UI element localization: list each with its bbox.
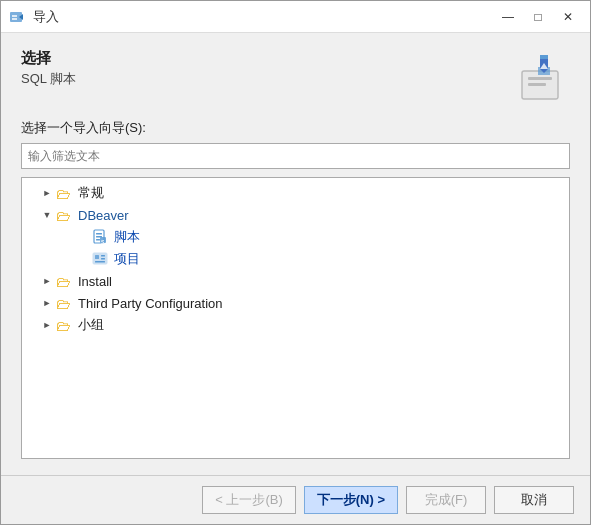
svg-rect-19: [101, 255, 105, 257]
filter-input[interactable]: [21, 143, 570, 169]
title-bar-left: 导入: [9, 8, 59, 26]
header-text: 选择 SQL 脚本: [21, 49, 76, 102]
no-chevron-scripts: [76, 230, 90, 244]
chevron-right-thirdparty-icon: ►: [40, 296, 54, 310]
chevron-right-icon: ►: [40, 186, 54, 200]
header-area: 选择 SQL 脚本: [21, 49, 570, 105]
finish-button[interactable]: 完成(F): [406, 486, 486, 514]
title-bar: 导入 — □ ✕: [1, 1, 590, 33]
content-area: 选择 SQL 脚本 选择一个导入向导(S): ►: [1, 33, 590, 475]
maximize-button[interactable]: □: [524, 6, 552, 28]
wizard-icon: [518, 53, 570, 105]
svg-rect-5: [528, 77, 552, 80]
close-button[interactable]: ✕: [554, 6, 582, 28]
tree-item-projects[interactable]: 项目: [22, 248, 569, 270]
svg-rect-18: [95, 255, 99, 259]
back-button[interactable]: < 上一步(B): [202, 486, 296, 514]
tree-item-install[interactable]: ► 🗁 Install: [22, 270, 569, 292]
projects-label: 项目: [114, 250, 140, 268]
folder-xiaozu-icon: 🗁: [56, 318, 74, 332]
chevron-right-xiaozu-icon: ►: [40, 318, 54, 332]
folder-changgui-icon: 🗁: [56, 186, 74, 200]
scripts-label: 脚本: [114, 228, 140, 246]
section-subtitle: SQL 脚本: [21, 70, 76, 88]
svg-marker-9: [540, 55, 548, 59]
tree-item-scripts[interactable]: S 脚本: [22, 226, 569, 248]
svg-rect-6: [528, 83, 546, 86]
tree-item-xiaozu[interactable]: ► 🗁 小组: [22, 314, 569, 336]
section-title: 选择: [21, 49, 76, 68]
tree-item-dbeaver[interactable]: ▼ 🗁 DBeaver: [22, 204, 569, 226]
footer: < 上一步(B) 下一步(N) > 完成(F) 取消: [1, 475, 590, 524]
xiaozu-label: 小组: [78, 316, 104, 334]
folder-dbeaver-icon: 🗁: [56, 208, 74, 222]
thirdparty-label: Third Party Configuration: [78, 296, 223, 311]
window-title: 导入: [33, 8, 59, 26]
changgui-label: 常规: [78, 184, 104, 202]
import-window: 导入 — □ ✕ 选择 SQL 脚本: [0, 0, 591, 525]
folder-install-icon: 🗁: [56, 274, 74, 288]
svg-rect-12: [96, 233, 102, 235]
folder-thirdparty-icon: 🗁: [56, 296, 74, 310]
tree-item-changgui[interactable]: ► 🗁 常规: [22, 182, 569, 204]
chevron-down-icon: ▼: [40, 208, 54, 222]
svg-rect-14: [96, 239, 100, 241]
tree-item-thirdparty[interactable]: ► 🗁 Third Party Configuration: [22, 292, 569, 314]
minimize-button[interactable]: —: [494, 6, 522, 28]
chevron-right-install-icon: ►: [40, 274, 54, 288]
svg-rect-20: [101, 258, 105, 260]
title-controls: — □ ✕: [494, 6, 582, 28]
cancel-button[interactable]: 取消: [494, 486, 574, 514]
script-file-icon: S: [92, 230, 110, 244]
install-label: Install: [78, 274, 112, 289]
no-chevron-projects: [76, 252, 90, 266]
tree-container[interactable]: ► 🗁 常规 ▼ 🗁 DBeaver: [21, 177, 570, 459]
wizard-label: 选择一个导入向导(S):: [21, 119, 570, 137]
next-button[interactable]: 下一步(N) >: [304, 486, 398, 514]
svg-rect-21: [95, 261, 105, 263]
project-icon: [92, 252, 110, 266]
dbeaver-label: DBeaver: [78, 208, 129, 223]
window-icon: [9, 8, 27, 26]
